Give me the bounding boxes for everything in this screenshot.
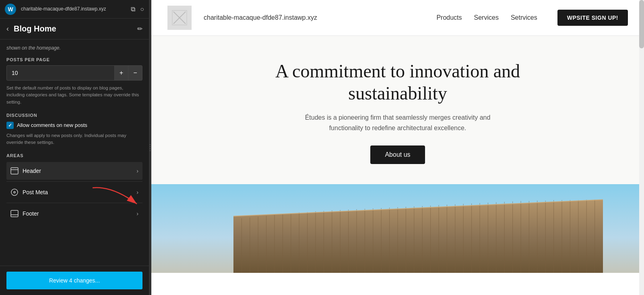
scrollbar[interactable] <box>639 0 644 295</box>
hero-subtitle: Études is a pioneering firm that seamles… <box>293 112 502 133</box>
website-header: charitable-macaque-dfde87.instawp.xyz Pr… <box>151 0 644 36</box>
main-preview: charitable-macaque-dfde87.instawp.xyz Pr… <box>151 0 644 295</box>
allow-comments-checkbox[interactable] <box>6 122 14 129</box>
header-icon <box>10 167 19 175</box>
sidebar-footer: Review 4 changes... <box>0 266 149 295</box>
posts-per-page-control: 10 + − <box>6 65 142 81</box>
area-footer-name: Footer <box>23 210 132 217</box>
building-section <box>151 184 644 295</box>
area-item-post-meta[interactable]: Post Meta › <box>6 183 142 201</box>
shown-text: shown on the homepage. <box>6 45 142 51</box>
area-header-name: Header <box>23 168 132 174</box>
post-meta-icon <box>10 188 19 196</box>
svg-point-3 <box>14 191 15 193</box>
area-post-meta-chevron: › <box>136 189 138 195</box>
discussion-label: DISCUSSION <box>6 113 142 118</box>
resize-dots <box>150 144 151 151</box>
area-divider-1 <box>6 181 142 182</box>
svg-rect-4 <box>11 210 18 217</box>
hero-title: A commitment to innovation and sustainab… <box>257 60 539 104</box>
sidebar-content: shown on the homepage. POSTS PER PAGE 10… <box>0 39 149 266</box>
area-header-chevron: › <box>136 168 138 174</box>
sidebar-title: Blog Home <box>14 24 132 33</box>
nav-link-products[interactable]: Products <box>436 14 462 21</box>
area-divider-2 <box>6 203 142 203</box>
hero-section: A commitment to innovation and sustainab… <box>151 36 644 184</box>
area-item-footer[interactable]: Footer › <box>6 205 142 222</box>
area-item-header[interactable]: Header › <box>6 162 142 180</box>
wp-logo[interactable]: W <box>5 4 16 15</box>
sidebar-header: ‹ Blog Home ✏ <box>0 19 149 39</box>
back-button[interactable]: ‹ <box>6 25 9 33</box>
stepper-increment[interactable]: + <box>115 66 128 80</box>
svg-point-2 <box>11 189 18 195</box>
discussion-helper: Changes will apply to new posts only. In… <box>6 132 142 146</box>
posts-per-page-value: 10 <box>7 66 114 79</box>
stepper-decrement[interactable]: − <box>128 66 142 80</box>
stepper-buttons: + − <box>114 66 142 80</box>
external-link-icon[interactable]: ⧉ <box>131 6 135 13</box>
signup-button[interactable]: WPSITE SIGN UP! <box>557 10 628 26</box>
area-footer-chevron: › <box>136 210 138 217</box>
nav-link-services[interactable]: Services <box>474 14 499 21</box>
svg-rect-0 <box>11 168 18 174</box>
site-domain: charitable-macaque-dfde87.instawp.xyz <box>204 14 428 21</box>
areas-label: AREAS <box>6 153 142 158</box>
sidebar: W charitable-macaque-dfde87.instawp.xyz … <box>0 0 149 295</box>
edit-icon[interactable]: ✏ <box>137 25 142 33</box>
review-changes-button[interactable]: Review 4 changes... <box>6 272 142 289</box>
scrollbar-thumb[interactable] <box>639 0 644 48</box>
posts-per-page-label: POSTS PER PAGE <box>6 57 142 62</box>
topbar-icons: ⧉ ○ <box>131 6 144 13</box>
search-icon[interactable]: ○ <box>140 6 144 13</box>
site-logo <box>167 6 192 30</box>
sidebar-topbar: W charitable-macaque-dfde87.instawp.xyz … <box>0 0 149 19</box>
nav-link-setrvices[interactable]: Setrvices <box>511 14 537 21</box>
footer-icon <box>10 210 19 218</box>
area-post-meta-name: Post Meta <box>23 189 132 195</box>
posts-per-page-helper: Set the default number of posts to displ… <box>6 85 142 106</box>
allow-comments-label: Allow comments on new posts <box>17 122 87 128</box>
about-us-button[interactable]: About us <box>370 145 425 164</box>
sidebar-site-title: charitable-macaque-dfde87.instawp.xyz <box>21 6 126 12</box>
nav-links: Products Services Setrvices <box>436 14 537 21</box>
building-image <box>151 184 644 273</box>
allow-comments-row: Allow comments on new posts <box>6 122 142 129</box>
